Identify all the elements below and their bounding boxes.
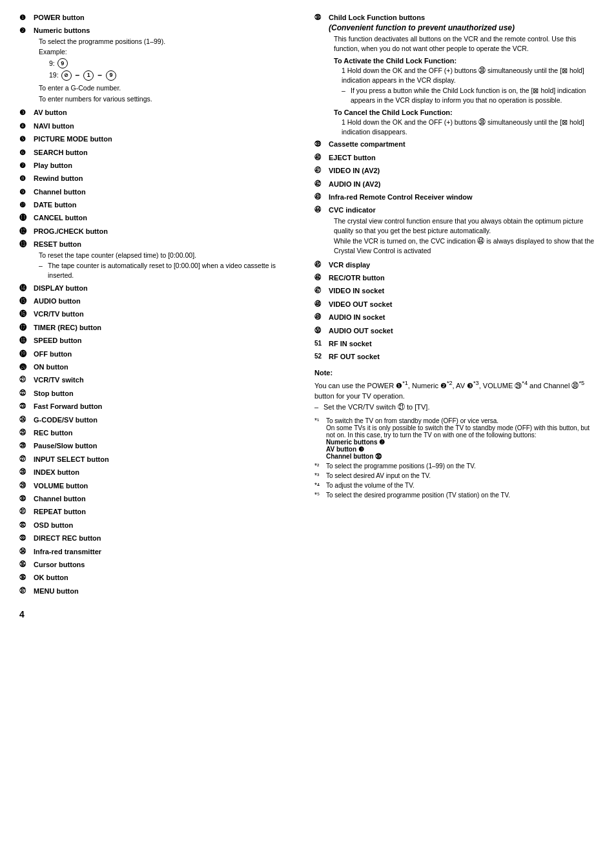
list-item: ㊻ REC/OTR button bbox=[314, 273, 597, 283]
list-item: ❷ Numeric buttons To select the programm… bbox=[19, 26, 302, 105]
list-item: ㊷ AUDIO IN (AV2) bbox=[314, 180, 597, 189]
note-section: Note: You can use the POWER ❶*1, Numeric… bbox=[314, 369, 597, 499]
list-item: ⓲ SPEED button bbox=[19, 336, 302, 346]
list-item: ❸ AV button bbox=[19, 108, 302, 118]
list-item: 52 RF OUT socket bbox=[314, 352, 597, 362]
list-item: ❺ PICTURE MODE button bbox=[19, 134, 302, 144]
list-item: ❻ SEARCH button bbox=[19, 148, 302, 158]
list-item: ❾ Channel button bbox=[19, 187, 302, 197]
list-item: ㊸ Infra-red Remote Control Receiver wind… bbox=[314, 192, 597, 202]
list-item: ㊾ AUDIO IN socket bbox=[314, 313, 597, 322]
list-item: ㊴ Cassette compartment bbox=[314, 140, 597, 149]
list-item: ㉟ Cursor buttons bbox=[19, 560, 302, 570]
list-item: ㉚ Channel button bbox=[19, 494, 302, 504]
list-item: ㊿ AUDIO OUT socket bbox=[314, 326, 597, 336]
footnote-item: *³ To select desired AV input on the TV. bbox=[314, 472, 597, 479]
list-item: ㊲ MENU button bbox=[19, 587, 302, 596]
list-item: ㉝ DIRECT REC button bbox=[19, 534, 302, 543]
list-item: ㊽ VIDEO OUT socket bbox=[314, 300, 597, 309]
list-item: ㊹ CVC indicator The crystal view control… bbox=[314, 205, 597, 256]
page-layout: ❶ POWER button ❷ Numeric buttons To sele… bbox=[19, 13, 597, 619]
list-item: ㉖ Pause/Slow button bbox=[19, 441, 302, 451]
list-item: ⓮ DISPLAY button bbox=[19, 284, 302, 293]
right-column: ㊳ Child Lock Function buttons (Convenien… bbox=[314, 13, 597, 619]
list-item: ❹ NAVI button bbox=[19, 121, 302, 131]
list-item: ⓱ TIMER (REC) button bbox=[19, 323, 302, 333]
list-item: ⓫ CANCEL button bbox=[19, 213, 302, 223]
list-item: ㊵ EJECT button bbox=[314, 153, 597, 163]
list-item: ❼ Play button bbox=[19, 161, 302, 171]
list-item: ㉑ VCR/TV switch bbox=[19, 375, 302, 385]
list-item: ㉔ G-CODE/SV button bbox=[19, 415, 302, 425]
list-item: ⓰ VCR/TV button bbox=[19, 309, 302, 319]
footnote-item: *⁴ To adjust the volume of the TV. bbox=[314, 482, 597, 489]
item-label: POWER button bbox=[34, 14, 85, 21]
list-item: ㉕ REC button bbox=[19, 428, 302, 438]
list-item: ㉜ OSD button bbox=[19, 521, 302, 530]
list-item: ㉘ INDEX button bbox=[19, 468, 302, 477]
list-item: ⓴ ON button bbox=[19, 362, 302, 372]
list-item: ㉛ REPEAT button bbox=[19, 507, 302, 517]
list-item: ⓳ OFF button bbox=[19, 349, 302, 359]
list-item: ㉒ Stop button bbox=[19, 389, 302, 399]
list-item: 51 RF IN socket bbox=[314, 339, 597, 349]
list-item: ⓭ RESET button To reset the tape counter… bbox=[19, 240, 302, 280]
page-number: 4 bbox=[19, 609, 302, 619]
list-item: ❽ Rewind button bbox=[19, 174, 302, 183]
list-item: ❶ POWER button bbox=[19, 13, 302, 23]
footnote-item: *⁵ To select the desired programme posit… bbox=[314, 492, 597, 499]
list-item: ㊼ VIDEO IN socket bbox=[314, 286, 597, 296]
list-item: ㊺ VCR display bbox=[314, 260, 597, 270]
list-item: ㊳ Child Lock Function buttons (Convenien… bbox=[314, 13, 597, 136]
list-item: ㉙ VOLUME button bbox=[19, 481, 302, 491]
left-column: ❶ POWER button ❷ Numeric buttons To sele… bbox=[19, 13, 302, 619]
list-item: ㉓ Fast Forward button bbox=[19, 402, 302, 411]
footnote-item: *¹ To switch the TV on from standby mode… bbox=[314, 417, 597, 460]
list-item: ❿ DATE button bbox=[19, 200, 302, 210]
footnotes: *¹ To switch the TV on from standby mode… bbox=[314, 417, 597, 499]
list-item: ㉗ INPUT SELECT button bbox=[19, 455, 302, 464]
list-item: ⓬ PROG./CHECK button bbox=[19, 227, 302, 236]
footnote-item: *² To select the programme positions (1–… bbox=[314, 462, 597, 470]
list-item: ㉞ Infra-red transmitter bbox=[19, 547, 302, 557]
list-item: ㊱ OK button bbox=[19, 573, 302, 583]
list-item: ㊶ VIDEO IN (AV2) bbox=[314, 166, 597, 176]
item-label: Numeric buttons bbox=[34, 26, 90, 34]
list-item: ⓯ AUDIO button bbox=[19, 296, 302, 306]
